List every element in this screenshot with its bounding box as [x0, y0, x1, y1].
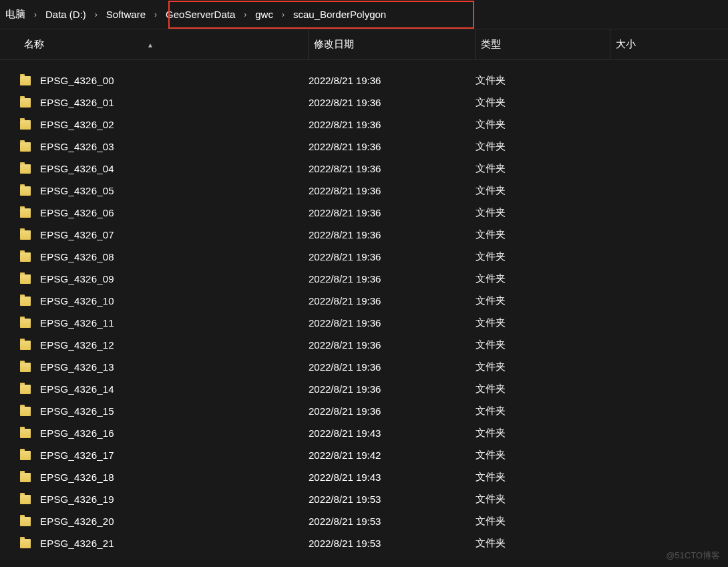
cell-type: 文件夹 — [476, 295, 610, 307]
cell-date: 2022/8/21 19:36 — [309, 339, 476, 351]
cell-date: 2022/8/21 19:36 — [309, 75, 476, 86]
cell-type: 文件夹 — [476, 118, 610, 131]
breadcrumb-bar: 电脑 › Data (D:) › Software › GeoServerDat… — [0, 0, 728, 29]
cell-name: EPSG_4326_14 — [20, 383, 309, 395]
breadcrumb-item[interactable]: GeoServerData — [163, 5, 238, 24]
cell-name: EPSG_4326_13 — [20, 361, 309, 373]
cell-date: 2022/8/21 19:36 — [309, 229, 476, 240]
chevron-right-icon[interactable]: › — [238, 10, 252, 19]
cell-date: 2022/8/21 19:36 — [309, 273, 476, 285]
file-name: EPSG_4326_08 — [40, 251, 114, 262]
table-row[interactable]: EPSG_4326_052022/8/21 19:36文件夹 — [0, 180, 728, 202]
folder-icon — [20, 451, 31, 460]
table-row[interactable]: EPSG_4326_022022/8/21 19:36文件夹 — [0, 114, 728, 136]
cell-date: 2022/8/21 19:36 — [309, 163, 476, 174]
folder-icon — [20, 385, 31, 394]
folder-icon — [20, 208, 31, 218]
chevron-right-icon[interactable]: › — [28, 10, 43, 19]
folder-icon — [20, 164, 31, 174]
cell-type: 文件夹 — [476, 405, 610, 417]
file-name: EPSG_4326_05 — [40, 185, 114, 196]
cell-date: 2022/8/21 19:36 — [309, 251, 476, 262]
file-name: EPSG_4326_02 — [40, 119, 114, 130]
cell-name: EPSG_4326_02 — [20, 119, 309, 130]
cell-type: 文件夹 — [476, 537, 610, 550]
table-row[interactable]: EPSG_4326_062022/8/21 19:36文件夹 — [0, 202, 728, 224]
file-name: EPSG_4326_10 — [40, 295, 114, 307]
folder-icon — [20, 473, 31, 482]
cell-date: 2022/8/21 19:53 — [309, 516, 476, 527]
table-row[interactable]: EPSG_4326_092022/8/21 19:36文件夹 — [0, 268, 728, 290]
folder-icon — [20, 274, 31, 284]
breadcrumb-item[interactable]: Data (D:) — [43, 5, 89, 24]
file-name: EPSG_4326_13 — [40, 361, 114, 373]
column-header-size[interactable]: 大小 — [610, 29, 728, 59]
table-row[interactable]: EPSG_4326_142022/8/21 19:36文件夹 — [0, 378, 728, 400]
chevron-right-icon[interactable]: › — [276, 10, 291, 19]
cell-name: EPSG_4326_06 — [20, 207, 309, 218]
cell-type: 文件夹 — [476, 250, 610, 263]
table-row[interactable]: EPSG_4326_112022/8/21 19:36文件夹 — [0, 312, 728, 334]
column-header-date[interactable]: 修改日期 — [309, 29, 476, 59]
breadcrumb-item[interactable]: scau_BorderPolygon — [291, 5, 389, 24]
file-list: EPSG_4326_002022/8/21 19:36文件夹EPSG_4326_… — [0, 60, 728, 554]
file-name: EPSG_4326_06 — [40, 207, 114, 218]
breadcrumb-item[interactable]: 电脑 — [3, 4, 28, 25]
table-row[interactable]: EPSG_4326_132022/8/21 19:36文件夹 — [0, 356, 728, 378]
table-row[interactable]: EPSG_4326_082022/8/21 19:36文件夹 — [0, 246, 728, 268]
cell-type: 文件夹 — [476, 427, 610, 439]
cell-date: 2022/8/21 19:36 — [309, 185, 476, 196]
column-headers: 名称 ▲ 修改日期 类型 大小 — [0, 29, 728, 60]
column-header-name[interactable]: 名称 ▲ — [0, 29, 309, 59]
cell-date: 2022/8/21 19:43 — [309, 471, 476, 483]
breadcrumb-label: 电脑 — [5, 8, 25, 21]
table-row[interactable]: EPSG_4326_202022/8/21 19:53文件夹 — [0, 510, 728, 532]
folder-icon — [20, 407, 31, 416]
table-row[interactable]: EPSG_4326_122022/8/21 19:36文件夹 — [0, 334, 728, 356]
chevron-right-icon[interactable]: › — [89, 10, 104, 19]
cell-name: EPSG_4326_16 — [20, 427, 309, 439]
table-row[interactable]: EPSG_4326_042022/8/21 19:36文件夹 — [0, 158, 728, 180]
table-row[interactable]: EPSG_4326_012022/8/21 19:36文件夹 — [0, 91, 728, 114]
breadcrumb-label: gwc — [255, 9, 273, 20]
file-name: EPSG_4326_17 — [40, 449, 114, 461]
breadcrumb-item[interactable]: gwc — [252, 5, 276, 24]
cell-type: 文件夹 — [476, 184, 610, 197]
cell-name: EPSG_4326_01 — [20, 97, 309, 108]
table-row[interactable]: EPSG_4326_152022/8/21 19:36文件夹 — [0, 400, 728, 422]
cell-date: 2022/8/21 19:36 — [309, 361, 476, 373]
breadcrumb-label: GeoServerData — [166, 9, 235, 20]
file-name: EPSG_4326_04 — [40, 163, 114, 174]
table-row[interactable]: EPSG_4326_172022/8/21 19:42文件夹 — [0, 444, 728, 466]
cell-date: 2022/8/21 19:53 — [309, 494, 476, 505]
cell-type: 文件夹 — [476, 317, 610, 329]
cell-date: 2022/8/21 19:36 — [309, 207, 476, 218]
file-name: EPSG_4326_03 — [40, 141, 114, 152]
file-name: EPSG_4326_11 — [40, 317, 114, 329]
cell-type: 文件夹 — [476, 361, 610, 373]
table-row[interactable]: EPSG_4326_072022/8/21 19:36文件夹 — [0, 224, 728, 246]
cell-type: 文件夹 — [476, 162, 610, 175]
table-row[interactable]: EPSG_4326_212022/8/21 19:53文件夹 — [0, 532, 728, 554]
chevron-right-icon[interactable]: › — [148, 10, 163, 19]
table-row[interactable]: EPSG_4326_102022/8/21 19:36文件夹 — [0, 290, 728, 312]
table-row[interactable]: EPSG_4326_032022/8/21 19:36文件夹 — [0, 136, 728, 158]
cell-name: EPSG_4326_05 — [20, 185, 309, 196]
cell-type: 文件夹 — [476, 96, 610, 109]
cell-name: EPSG_4326_08 — [20, 251, 309, 262]
folder-icon — [20, 186, 31, 196]
breadcrumb-label: Data (D:) — [45, 9, 86, 20]
table-row[interactable]: EPSG_4326_002022/8/21 19:36文件夹 — [0, 69, 728, 91]
cell-name: EPSG_4326_04 — [20, 163, 309, 174]
column-header-type[interactable]: 类型 — [476, 29, 610, 59]
cell-type: 文件夹 — [476, 449, 610, 461]
file-name: EPSG_4326_01 — [40, 97, 114, 108]
cell-name: EPSG_4326_07 — [20, 229, 309, 240]
breadcrumb-item[interactable]: Software — [104, 5, 148, 24]
table-row[interactable]: EPSG_4326_192022/8/21 19:53文件夹 — [0, 488, 728, 510]
table-row[interactable]: EPSG_4326_182022/8/21 19:43文件夹 — [0, 466, 728, 488]
cell-type: 文件夹 — [476, 228, 610, 241]
folder-icon — [20, 429, 31, 438]
cell-date: 2022/8/21 19:36 — [309, 383, 476, 395]
table-row[interactable]: EPSG_4326_162022/8/21 19:43文件夹 — [0, 422, 728, 444]
